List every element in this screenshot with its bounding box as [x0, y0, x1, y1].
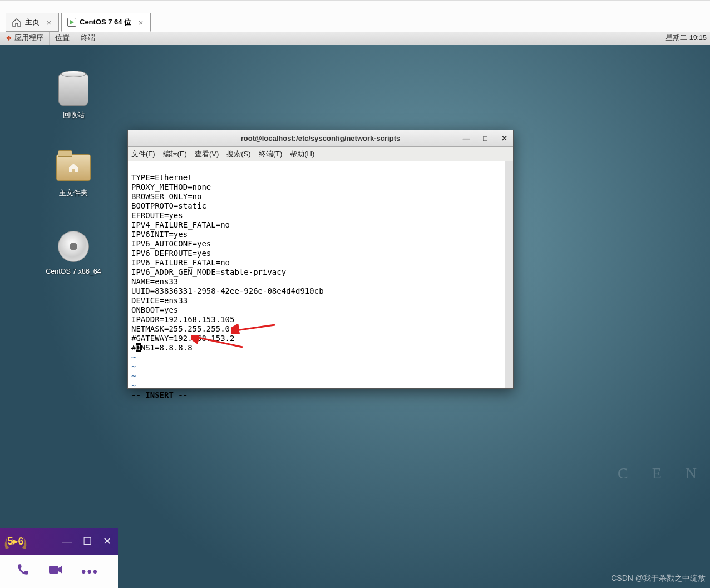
term-line: IPV6_DEFROUTE=yes — [131, 249, 211, 258]
csdn-watermark: CSDN @我于杀戮之中绽放 — [611, 574, 706, 584]
term-line: EFROUTE=yes — [131, 211, 183, 220]
vmware-tab-centos[interactable]: CentOS 7 64 位 × — [61, 13, 151, 32]
desktop-icon-disc[interactable]: CentOS 7 x86_64 — [40, 229, 107, 275]
term-line: IPADDR=192.168.153.105 — [131, 315, 234, 324]
term-line: TYPE=Ethernet — [131, 173, 193, 182]
minimize-button[interactable]: — — [62, 536, 72, 547]
term-line: IPV6_FAILURE_FATAL=no — [131, 258, 230, 267]
term-line: BROWSER_ONLY=no — [131, 192, 201, 201]
home-icon — [12, 18, 22, 27]
term-line: IPV6INIT=yes — [131, 230, 188, 239]
clock[interactable]: 星期二 19:15 — [665, 33, 710, 43]
gnome-top-panel: ❖ 应用程序 位置 终端 星期二 19:15 — [0, 32, 710, 45]
close-icon[interactable]: × — [137, 18, 145, 26]
vmware-tab-home[interactable]: 主页 × — [6, 13, 59, 32]
maximize-button[interactable]: ☐ — [83, 535, 92, 547]
gnome-logo-icon: ❖ — [6, 34, 12, 42]
centos-watermark: C E N — [618, 465, 707, 482]
vmware-tab-centos-label: CentOS 7 64 位 — [80, 18, 131, 26]
svg-marker-0 — [70, 20, 74, 24]
svg-marker-6 — [58, 566, 62, 574]
menu-help[interactable]: 帮助(H) — [290, 149, 314, 159]
vim-status: -- INSERT -- — [131, 391, 188, 399]
menu-terminal[interactable]: 终端(T) — [259, 149, 283, 159]
term-line: BOOTPROTO=static — [131, 201, 206, 210]
terminal-window: root@localhost:/etc/sysconfig/network-sc… — [127, 130, 514, 389]
svg-line-2 — [236, 325, 275, 330]
trash-icon — [56, 72, 91, 107]
menu-view[interactable]: 查看(V) — [195, 149, 219, 159]
vim-tilde: ~ — [131, 372, 136, 381]
vim-tilde: ~ — [131, 353, 136, 362]
term-line: ONBOOT=yes — [131, 305, 178, 314]
terminal-title: root@localhost:/etc/sysconfig/network-sc… — [241, 134, 400, 142]
svg-rect-5 — [49, 566, 58, 574]
camera-icon[interactable] — [48, 563, 63, 580]
close-button[interactable]: ✕ — [103, 535, 111, 547]
maximize-button[interactable]: □ — [480, 132, 491, 144]
terminal-body[interactable]: TYPE=Ethernet PROXY_METHOD=none BROWSER_… — [128, 161, 513, 388]
clock-label: 星期二 19:15 — [665, 34, 707, 42]
desktop-icon-disc-label: CentOS 7 x86_64 — [40, 268, 107, 275]
window-controls: — □ ✕ — [461, 132, 510, 144]
terminal-menu[interactable]: 终端 — [75, 32, 101, 45]
phone-icon[interactable] — [16, 562, 30, 581]
vim-cursor: D — [136, 343, 140, 352]
close-icon[interactable]: × — [45, 18, 53, 26]
menu-search[interactable]: 搜索(S) — [226, 149, 250, 159]
menu-file[interactable]: 文件(F) — [131, 149, 155, 159]
term-line: PROXY_METHOD=none — [131, 182, 211, 191]
term-line: IPV4_FAILURE_FATAL=no — [131, 220, 230, 229]
desktop[interactable]: C E N 回收站 主文件夹 CentOS 7 x86_64 root@loca… — [0, 45, 710, 588]
places-menu[interactable]: 位置 — [50, 32, 75, 45]
vim-tilde: ~ — [131, 381, 136, 390]
desktop-icon-homefolder-label: 主文件夹 — [40, 189, 107, 198]
terminal-titlebar[interactable]: root@localhost:/etc/sysconfig/network-sc… — [128, 130, 513, 147]
level-panel[interactable]: 5▸6 — ☐ ✕ — [0, 528, 118, 555]
applications-menu[interactable]: ❖ 应用程序 — [0, 32, 50, 45]
applications-label: 应用程序 — [14, 33, 43, 43]
term-line: IPV6_ADDR_GEN_MODE=stable-privacy — [131, 268, 286, 276]
more-icon[interactable]: ••• — [81, 564, 98, 580]
vmware-tab-home-label: 主页 — [25, 17, 40, 27]
disc-icon — [56, 229, 91, 264]
term-line: UUID=83836331-2958-42ee-926e-08e4d4d910c… — [131, 286, 324, 295]
bottom-taskbar: ••• — [0, 555, 118, 588]
terminal-menu-label: 终端 — [81, 33, 95, 43]
places-label: 位置 — [55, 33, 70, 43]
level-badge: 5▸6 — [2, 529, 29, 554]
desktop-icon-trash-label: 回收站 — [40, 111, 107, 120]
desktop-icon-trash[interactable]: 回收站 — [40, 72, 107, 120]
term-line: NETMASK=255.255.255.0 — [131, 324, 230, 333]
desktop-icon-homefolder[interactable]: 主文件夹 — [40, 150, 107, 198]
menu-edit[interactable]: 编辑(E) — [163, 149, 187, 159]
vim-tilde: ~ — [131, 362, 136, 371]
vmware-tab-bar: 主页 × CentOS 7 64 位 × — [0, 0, 710, 32]
folder-icon — [56, 150, 91, 185]
level-text: 5▸6 — [7, 535, 23, 547]
terminal-menubar: 文件(F) 编辑(E) 查看(V) 搜索(S) 终端(T) 帮助(H) — [128, 147, 513, 161]
close-button[interactable]: ✕ — [499, 132, 510, 144]
term-line: IPV6_AUTOCONF=yes — [131, 239, 211, 248]
minimize-button[interactable]: — — [461, 132, 472, 144]
term-line: DEVICE=ens33 — [131, 296, 188, 305]
term-line-dns: #DNS1=8.8.8.8 — [131, 343, 193, 352]
term-line: #GATEWAY=192.168.153.2 — [131, 334, 234, 343]
vm-play-icon — [67, 18, 76, 27]
annotation-arrow-icon — [231, 323, 277, 334]
term-line: NAME=ens33 — [131, 277, 178, 286]
